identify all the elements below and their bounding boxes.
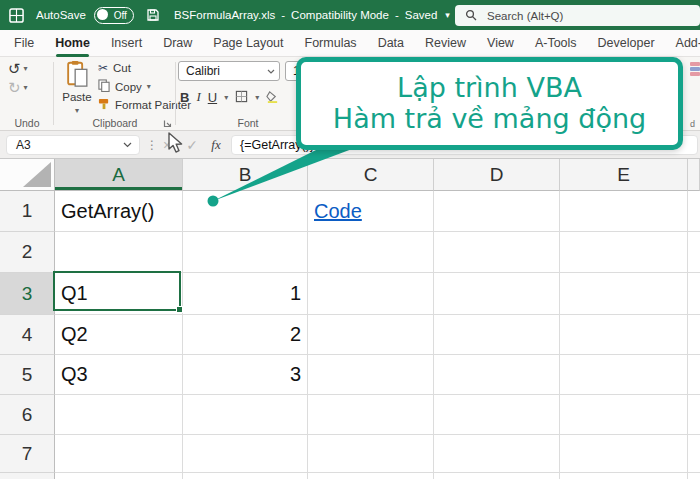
cell-B4[interactable]: 2 — [183, 315, 308, 355]
row-header-5[interactable]: 5 — [0, 355, 55, 395]
cell-A5[interactable]: Q3 — [55, 355, 183, 395]
cell-A4[interactable]: Q2 — [55, 315, 183, 355]
autosave-toggle[interactable]: Off — [94, 7, 134, 24]
cell-partial[interactable] — [688, 355, 700, 395]
name-box[interactable]: A3 — [6, 135, 140, 155]
cell-E4[interactable] — [560, 315, 688, 355]
font-family-combo[interactable]: Calibri — [178, 61, 280, 81]
cell-E3[interactable] — [560, 273, 688, 315]
cell-C1[interactable]: Code — [308, 191, 434, 232]
cell-partial[interactable] — [688, 435, 700, 473]
column-header-E[interactable]: E — [560, 159, 688, 191]
tab-view[interactable]: View — [487, 30, 514, 57]
cell-partial[interactable] — [688, 473, 700, 479]
cell-B6[interactable] — [183, 395, 308, 435]
cell-partial[interactable] — [688, 315, 700, 355]
cell-D4[interactable] — [434, 315, 560, 355]
borders-caret-icon[interactable]: ▾ — [255, 93, 259, 102]
cell-B1[interactable] — [183, 191, 308, 232]
tab-add-ins[interactable]: Add-ins — [676, 30, 700, 57]
spreadsheet-grid: ABCDE1GetArray()Code23Q114Q225Q3367 — [0, 159, 700, 479]
cell-C4[interactable] — [308, 315, 434, 355]
undo-button[interactable]: ↺ ▾ — [4, 59, 50, 78]
underline-caret-icon[interactable]: ▾ — [224, 93, 228, 102]
borders-icon[interactable] — [235, 90, 248, 105]
fill-color-icon[interactable] — [266, 90, 279, 105]
tab-file[interactable]: File — [14, 30, 34, 57]
column-header-partial[interactable] — [688, 159, 700, 191]
tab-review[interactable]: Review — [425, 30, 466, 57]
cell-C2[interactable] — [308, 232, 434, 273]
cell-D7[interactable] — [434, 435, 560, 473]
cell-partial[interactable] — [560, 473, 688, 479]
cell-D6[interactable] — [434, 395, 560, 435]
cell-A2[interactable] — [55, 232, 183, 273]
cell-partial[interactable] — [688, 273, 700, 315]
cell-D3[interactable] — [434, 273, 560, 315]
row-header-7[interactable]: 7 — [0, 435, 55, 473]
italic-button[interactable]: I — [196, 89, 200, 105]
tab-developer[interactable]: Developer — [598, 30, 655, 57]
cell-D5[interactable] — [434, 355, 560, 395]
cell-C6[interactable] — [308, 395, 434, 435]
search-box[interactable] — [455, 5, 700, 26]
cell-partial[interactable] — [55, 473, 183, 479]
column-header-A[interactable]: A — [55, 159, 183, 191]
cell-B5[interactable]: 3 — [183, 355, 308, 395]
select-all-corner[interactable] — [0, 159, 55, 191]
cell-E7[interactable] — [560, 435, 688, 473]
tab-insert[interactable]: Insert — [111, 30, 142, 57]
cell-B2[interactable] — [183, 232, 308, 273]
cell-D1[interactable] — [434, 191, 560, 232]
row-header-6[interactable]: 6 — [0, 395, 55, 435]
cell-B7[interactable] — [183, 435, 308, 473]
tab-data[interactable]: Data — [378, 30, 404, 57]
cell-C3[interactable] — [308, 273, 434, 315]
cell-partial[interactable] — [308, 473, 434, 479]
cell-A1[interactable]: GetArray() — [55, 191, 183, 232]
autosave-state: Off — [114, 10, 127, 21]
search-input[interactable] — [485, 9, 665, 23]
row-header-2[interactable]: 2 — [0, 232, 55, 273]
row-header-1[interactable]: 1 — [0, 191, 55, 232]
column-header-D[interactable]: D — [434, 159, 560, 191]
cell-partial[interactable] — [434, 473, 560, 479]
redo-button[interactable]: ↻ ▾ — [4, 78, 50, 97]
cell-A7[interactable] — [55, 435, 183, 473]
cell-partial[interactable] — [183, 473, 308, 479]
row-header-3[interactable]: 3 — [0, 273, 55, 315]
cell-B3[interactable]: 1 — [183, 273, 308, 315]
cell-partial[interactable] — [688, 191, 700, 232]
cell-C5[interactable] — [308, 355, 434, 395]
cell-E6[interactable] — [560, 395, 688, 435]
cell-partial[interactable] — [688, 395, 700, 435]
paste-button[interactable]: Paste ▾ — [58, 60, 96, 115]
bold-button[interactable]: B — [180, 90, 189, 105]
tab-draw[interactable]: Draw — [163, 30, 192, 57]
saved-status[interactable]: Saved — [405, 9, 438, 21]
cell-E1[interactable] — [560, 191, 688, 232]
tab-a-tools[interactable]: A-Tools — [535, 30, 577, 57]
column-header-C[interactable]: C — [308, 159, 434, 191]
clipboard-dialog-launcher-icon[interactable] — [163, 119, 172, 128]
cell-A6[interactable] — [55, 395, 183, 435]
tab-home[interactable]: Home — [55, 30, 90, 57]
enter-icon[interactable]: ✓ — [181, 135, 203, 155]
cell-E5[interactable] — [560, 355, 688, 395]
cell-A3[interactable]: Q1 — [55, 273, 183, 315]
tab-formulas[interactable]: Formulas — [305, 30, 357, 57]
cell-partial[interactable] — [688, 232, 700, 273]
group-separator — [53, 62, 54, 125]
underline-button[interactable]: U — [208, 90, 217, 105]
cell-E2[interactable] — [560, 232, 688, 273]
cell-C7[interactable] — [308, 435, 434, 473]
cell-D2[interactable] — [434, 232, 560, 273]
column-header-B[interactable]: B — [183, 159, 308, 191]
row-header-4[interactable]: 4 — [0, 315, 55, 355]
clipboard-group-label: Clipboard — [56, 117, 174, 129]
insert-function-icon[interactable]: fx — [203, 135, 229, 155]
row-header-partial[interactable] — [0, 473, 55, 479]
saved-dropdown-caret-icon[interactable]: ▾ — [445, 10, 450, 20]
save-icon[interactable] — [146, 8, 160, 22]
tab-page-layout[interactable]: Page Layout — [213, 30, 283, 57]
